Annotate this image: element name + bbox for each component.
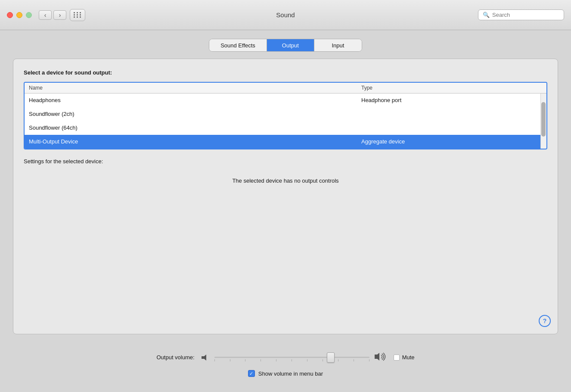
main-content: Sound Effects Output Input Select a devi… <box>0 30 571 343</box>
table-row-selected[interactable]: Multi-Output Device Aggregate device <box>25 135 546 149</box>
search-icon: 🔍 <box>483 12 490 18</box>
output-volume-slider[interactable] <box>214 353 369 362</box>
search-input[interactable] <box>492 12 559 18</box>
table-row[interactable]: Soundflower (64ch) <box>25 121 546 135</box>
svg-marker-1 <box>375 353 379 361</box>
scrollbar-thumb[interactable] <box>541 102 546 137</box>
mute-label: Mute <box>402 354 415 361</box>
output-panel: Select a device for sound output: Name T… <box>13 59 558 334</box>
maximize-button[interactable] <box>26 12 32 18</box>
scrollbar-track[interactable] <box>540 93 546 149</box>
minimize-button[interactable] <box>16 12 22 18</box>
search-box[interactable]: 🔍 <box>478 9 564 20</box>
output-volume-label: Output volume: <box>156 354 194 361</box>
grid-button[interactable] <box>70 9 85 21</box>
titlebar: ‹ › Sound 🔍 <box>0 0 571 30</box>
grid-dots-icon <box>74 12 82 18</box>
show-volume-checkbox[interactable]: ✓ <box>248 370 255 377</box>
window-title: Sound <box>276 11 295 19</box>
device-list[interactable]: Headphones Headphone port Soundflower (2… <box>25 93 546 149</box>
mute-checkbox[interactable] <box>394 355 400 361</box>
bottom-controls: Output volume: <box>0 343 571 381</box>
svg-marker-0 <box>202 355 206 361</box>
slider-track <box>214 357 369 358</box>
volume-high-icon <box>374 351 388 364</box>
close-button[interactable] <box>7 12 13 18</box>
table-header: Name Type <box>25 83 546 93</box>
col-name-header: Name <box>29 85 361 91</box>
settings-label: Settings for the selected device: <box>24 158 547 165</box>
show-volume-label: Show volume in menu bar <box>258 370 323 377</box>
no-controls-message: The selected device has no output contro… <box>24 177 547 184</box>
tab-sound-effects[interactable]: Sound Effects <box>209 39 267 51</box>
tab-output[interactable]: Output <box>267 39 314 51</box>
tab-bar: Sound Effects Output Input <box>13 39 558 52</box>
traffic-lights <box>7 12 32 18</box>
help-button[interactable]: ? <box>539 315 551 327</box>
table-row[interactable]: Headphones Headphone port <box>25 93 546 107</box>
forward-button[interactable]: › <box>53 10 66 20</box>
volume-low-icon <box>201 353 210 362</box>
slider-thumb[interactable] <box>327 352 335 363</box>
tabs-container: Sound Effects Output Input <box>209 39 362 52</box>
back-button[interactable]: ‹ <box>39 10 52 20</box>
mute-area: Mute <box>394 354 415 361</box>
nav-buttons: ‹ › <box>39 10 66 20</box>
output-volume-row: Output volume: <box>13 351 558 364</box>
panel-select-label: Select a device for sound output: <box>24 69 547 76</box>
col-type-header: Type <box>361 85 542 91</box>
slider-ticks <box>214 359 369 361</box>
tab-input[interactable]: Input <box>314 39 362 51</box>
show-volume-row: ✓ Show volume in menu bar <box>13 370 558 377</box>
device-table: Name Type Headphones Headphone port Soun… <box>24 82 547 149</box>
table-row[interactable]: Soundflower (2ch) <box>25 107 546 121</box>
